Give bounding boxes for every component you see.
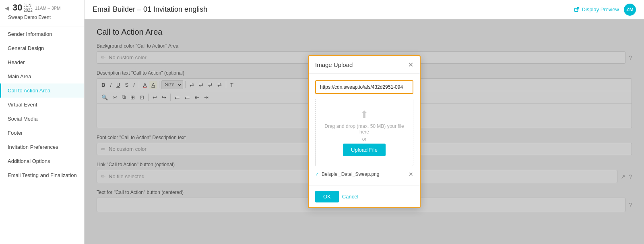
display-preview-button[interactable]: Display Preview <box>574 6 619 13</box>
sidebar-header: ◀ 30 JUN 2022 11AM – 3PM Sweap Demo Even… <box>0 0 84 27</box>
content-area: Call to Action Area Background color "Ca… <box>85 19 644 244</box>
sidebar-item-main-area[interactable]: Main Area <box>0 69 84 83</box>
modal-close-button[interactable]: ✕ <box>408 61 413 69</box>
sidebar-nav: Sender Information General Design Header… <box>0 27 84 244</box>
file-remove-button[interactable]: ✕ <box>409 171 413 177</box>
month-label: JUN <box>23 3 32 8</box>
modal-overlay: Image Upload ✕ ⬆ Drag and drop (max. 50 … <box>85 19 644 244</box>
sidebar-item-general-design[interactable]: General Design <box>0 41 84 55</box>
event-name: Sweap Demo Event <box>4 13 80 23</box>
modal-title: Image Upload <box>315 61 353 68</box>
or-text: or <box>322 136 407 142</box>
user-avatar: ZM <box>624 4 636 16</box>
file-check-icon: ✓ <box>315 171 319 177</box>
modal-header: Image Upload ✕ <box>309 56 420 74</box>
modal-drop-area[interactable]: ⬆ Drag and drop (max. 50 MB) your file h… <box>315 99 413 166</box>
display-preview-label: Display Preview <box>582 6 619 13</box>
image-upload-modal: Image Upload ✕ ⬆ Drag and drop (max. 50 … <box>308 55 421 208</box>
external-link-icon <box>574 7 580 13</box>
sidebar-item-virtual-event[interactable]: Virtual Event <box>0 98 84 112</box>
sidebar-item-email-testing[interactable]: Email Testing and Finalization <box>0 168 84 182</box>
sidebar-item-call-to-action-area[interactable]: Call to Action Area <box>0 83 84 98</box>
upload-file-button[interactable]: Upload File <box>343 144 386 156</box>
sidebar-item-invitation-preferences[interactable]: Invitation Preferences <box>0 140 84 154</box>
sidebar-item-additional-options[interactable]: Additional Options <box>0 154 84 168</box>
back-button[interactable]: ◀ <box>4 4 10 12</box>
modal-ok-button[interactable]: OK <box>315 191 339 202</box>
drop-text: Drag and drop (max. 50 MB) your file her… <box>322 123 407 135</box>
modal-url-input[interactable] <box>315 80 413 94</box>
sidebar-item-footer[interactable]: Footer <box>0 126 84 140</box>
sidebar-item-header[interactable]: Header <box>0 55 84 69</box>
topbar-right: Display Preview ZM <box>574 4 636 16</box>
modal-footer: OK Cancel <box>309 186 420 207</box>
modal-body: ⬆ Drag and drop (max. 50 MB) your file h… <box>309 74 420 186</box>
time-label: 11AM – 3PM <box>35 6 61 10</box>
main-content: Email Builder – 01 Invitation english Di… <box>85 0 644 244</box>
modal-file-row: ✓ Beispiel_Datei_Sweap.png ✕ <box>315 171 413 177</box>
day-label: 30 <box>12 3 22 12</box>
file-name: Beispiel_Datei_Sweap.png <box>322 171 379 177</box>
date-block: 30 JUN 2022 <box>12 3 33 13</box>
modal-cancel-button[interactable]: Cancel <box>342 194 358 200</box>
sidebar-item-social-media[interactable]: Social Media <box>0 112 84 126</box>
sidebar-item-sender-information[interactable]: Sender Information <box>0 27 84 41</box>
sidebar: ◀ 30 JUN 2022 11AM – 3PM Sweap Demo Even… <box>0 0 85 244</box>
upload-icon: ⬆ <box>322 109 407 120</box>
year-label: 2022 <box>23 8 32 13</box>
topbar: Email Builder – 01 Invitation english Di… <box>85 0 644 19</box>
page-title: Email Builder – 01 Invitation english <box>93 5 207 14</box>
